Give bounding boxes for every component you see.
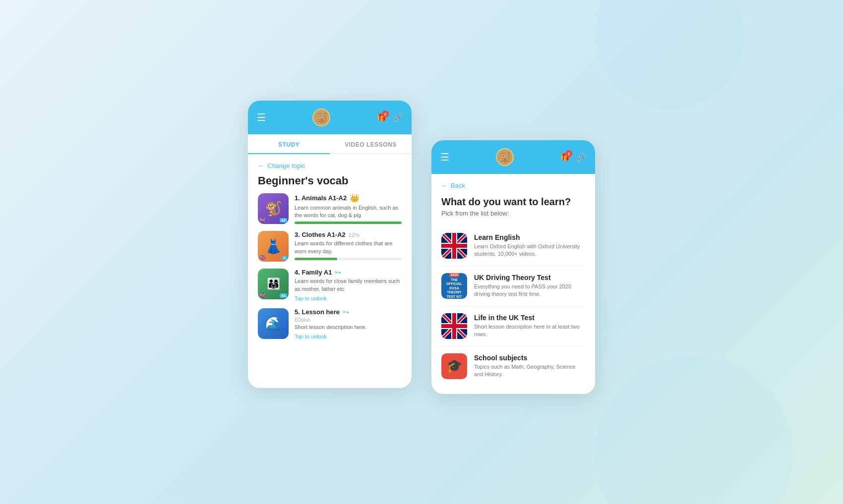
course-thumb-english — [441, 233, 467, 259]
course-thumb-driving: 2020 THE OFFICIAL DVSA THEORY TEST KIT — [441, 273, 467, 299]
progress-fill-animals — [295, 222, 402, 224]
avatar-s2: 🐒 — [496, 148, 514, 166]
header-icons: 🎁 2 🔗 — [377, 112, 403, 123]
menu-icon[interactable]: ☰ — [257, 112, 266, 123]
lesson-item[interactable]: 🐒 🇬🇧 A1 1. Animals A1-A2 👑 Learn common … — [258, 193, 402, 224]
page-heading: What do you want to learn? — [441, 196, 585, 208]
link-icon-s2[interactable]: 🔗 — [575, 152, 586, 163]
lesson-content-lesson5: 5. Lesson here 🗝 EDplus Short lesson des… — [295, 308, 402, 339]
change-topic-link[interactable]: ← Change topic — [258, 162, 402, 169]
course-item-school[interactable]: 🎓 School subjects Topics such as Math, G… — [441, 346, 585, 386]
back-link[interactable]: ← Back — [441, 182, 585, 189]
screen1-header: ☰ 🐒 🎁 2 🔗 — [248, 101, 412, 134]
menu-icon-s2[interactable]: ☰ — [440, 151, 449, 163]
level-badge-family: A1 — [280, 293, 287, 298]
tap-unlock-family[interactable]: Tap to unlock — [295, 295, 402, 301]
lesson-content-family: 4. Family A1 🗝 Learn words for close fam… — [295, 269, 402, 301]
level-badge-animals: A1 — [280, 218, 287, 223]
key-icon-lesson5: 🗝 — [343, 308, 349, 316]
screen2-body: ← Back What do you want to learn? Pick f… — [431, 174, 595, 394]
lesson-thumb-lesson5: 🌊 — [258, 308, 289, 339]
screen2: ☰ 🐒 🎁 2 🔗 ← Back What do you want to lea… — [431, 140, 595, 394]
screen2-header: ☰ 🐒 🎁 2 🔗 — [431, 140, 595, 174]
screen1: ☰ 🐒 🎁 2 🔗 STUDY VIDEO LESSONS ← Change t… — [248, 101, 412, 388]
flag-clothes: 🇬🇧 — [259, 255, 265, 260]
badge-count-s2: 2 — [565, 150, 572, 157]
lesson-desc-lesson5: Short lesson description here. — [295, 324, 402, 331]
badge-count: 2 — [382, 111, 389, 117]
driving-year: 2020 — [449, 273, 459, 278]
course-list: Learn English Learn Oxford English with … — [441, 226, 585, 386]
course-item-driving[interactable]: 2020 THE OFFICIAL DVSA THEORY TEST KIT U… — [441, 266, 585, 306]
flag-family: 🇬🇧 — [259, 292, 265, 298]
progress-bar-animals — [295, 222, 402, 224]
link-icon[interactable]: 🔗 — [392, 112, 403, 123]
screen1-body: ← Change topic Beginner's vocab 🐒 🇬🇧 A1 — [248, 154, 412, 348]
lesson-pct-clothes: 12% — [349, 232, 360, 238]
lesson-title-row-clothes: 3. Clothes A1-A2 12% — [295, 231, 402, 238]
course-desc-school: Topics such as Math, Geography, Science … — [474, 363, 585, 379]
back-arrow-icon: ← — [258, 162, 264, 169]
avatar: 🐒 — [312, 109, 330, 126]
animals-emoji: 🐒 — [265, 200, 282, 217]
lesson-content-clothes: 3. Clothes A1-A2 12% Learn words for dif… — [295, 231, 402, 260]
lesson-list: 🐒 🇬🇧 A1 1. Animals A1-A2 👑 Learn common … — [258, 193, 402, 340]
lesson-item-family[interactable]: 👨‍👩‍👧 🇬🇧 A1 4. Family A1 🗝 Learn words f… — [258, 269, 402, 301]
tab-video-lessons[interactable]: VIDEO LESSONS — [330, 134, 412, 153]
lesson-title-row-family: 4. Family A1 🗝 — [295, 269, 402, 276]
course-info-english: Learn English Learn Oxford English with … — [474, 233, 585, 258]
progress-fill-clothes — [295, 258, 337, 260]
svg-rect-8 — [452, 233, 456, 259]
key-icon-family: 🗝 — [335, 269, 341, 276]
school-icon: 🎓 — [441, 353, 467, 379]
driving-text: THE OFFICIAL DVSA THEORY TEST KIT — [443, 278, 465, 298]
header-icons-s2: 🎁 2 🔗 — [560, 152, 586, 163]
lesson-name-family: 4. Family A1 — [295, 269, 332, 276]
screens-container: ☰ 🐒 🎁 2 🔗 STUDY VIDEO LESSONS ← Change t… — [248, 101, 595, 394]
tap-unlock-lesson5[interactable]: Tap to unlock — [295, 334, 402, 339]
family-emoji: 👨‍👩‍👧 — [267, 278, 280, 290]
lesson-desc-animals: Learn common animals in English, such as… — [295, 204, 402, 220]
crown-icon: 👑 — [350, 193, 360, 203]
back-label: Back — [451, 182, 465, 189]
course-name-english: Learn English — [474, 233, 585, 241]
change-topic-label: Change topic — [267, 162, 305, 169]
driving-icon: 2020 THE OFFICIAL DVSA THEORY TEST KIT — [441, 273, 467, 299]
topic-title: Beginner's vocab — [258, 174, 402, 187]
tab-study[interactable]: STUDY — [248, 134, 330, 154]
course-name-school: School subjects — [474, 354, 585, 362]
flag-animals: 🇬🇧 — [259, 217, 265, 223]
clothes-emoji: 👗 — [265, 238, 282, 255]
course-desc-english: Learn Oxford English with Oxford Univers… — [474, 243, 585, 258]
tabs: STUDY VIDEO LESSONS — [248, 134, 412, 154]
lesson-item-clothes[interactable]: 👗 🇬🇧 A 3. Clothes A1-A2 12% Learn words … — [258, 231, 402, 262]
lesson-item-lesson5[interactable]: 🌊 5. Lesson here 🗝 EDplus Short lesson d… — [258, 308, 402, 339]
lesson-thumb-family: 👨‍👩‍👧 🇬🇧 A1 — [258, 269, 289, 299]
course-info-driving: UK Driving Theory Test Everything you ne… — [474, 274, 585, 298]
ocean-emoji: 🌊 — [265, 316, 282, 332]
course-info-life-uk: Life in the UK Test Short lesson descrip… — [474, 314, 585, 338]
progress-bar-clothes — [295, 258, 402, 260]
lesson-desc-clothes: Learn words for different clothes that a… — [295, 240, 402, 255]
course-item-life-uk[interactable]: Life in the UK Test Short lesson descrip… — [441, 306, 585, 346]
lesson-title-row: 1. Animals A1-A2 👑 — [295, 193, 402, 203]
lesson-desc-family: Learn words for close family members suc… — [295, 278, 402, 293]
course-item-learn-english[interactable]: Learn English Learn Oxford English with … — [441, 226, 585, 266]
course-thumb-life-uk — [441, 313, 467, 339]
badge-icon-s2[interactable]: 🎁 2 — [560, 152, 570, 162]
lesson-content-animals: 1. Animals A1-A2 👑 Learn common animals … — [295, 193, 402, 224]
provider-label: EDplus — [295, 317, 402, 323]
lesson-title-row-lesson5: 5. Lesson here 🗝 — [295, 308, 402, 316]
page-subheading: Pick from the list below: — [441, 210, 585, 217]
course-desc-life-uk: Short lesson description here in at leas… — [474, 323, 585, 338]
course-desc-driving: Everything you need to PASS your 2020 dr… — [474, 283, 585, 298]
lesson-thumb-clothes: 👗 🇬🇧 A — [258, 231, 289, 262]
badge-icon[interactable]: 🎁 2 — [377, 112, 387, 122]
course-name-life-uk: Life in the UK Test — [474, 314, 585, 322]
course-info-school: School subjects Topics such as Math, Geo… — [474, 354, 585, 379]
svg-rect-17 — [452, 313, 456, 339]
lesson-name-lesson5: 5. Lesson here — [295, 308, 340, 316]
course-thumb-school: 🎓 — [441, 353, 467, 379]
lesson-thumb-animals: 🐒 🇬🇧 A1 — [258, 193, 289, 224]
back-arrow-icon-s2: ← — [441, 182, 448, 189]
